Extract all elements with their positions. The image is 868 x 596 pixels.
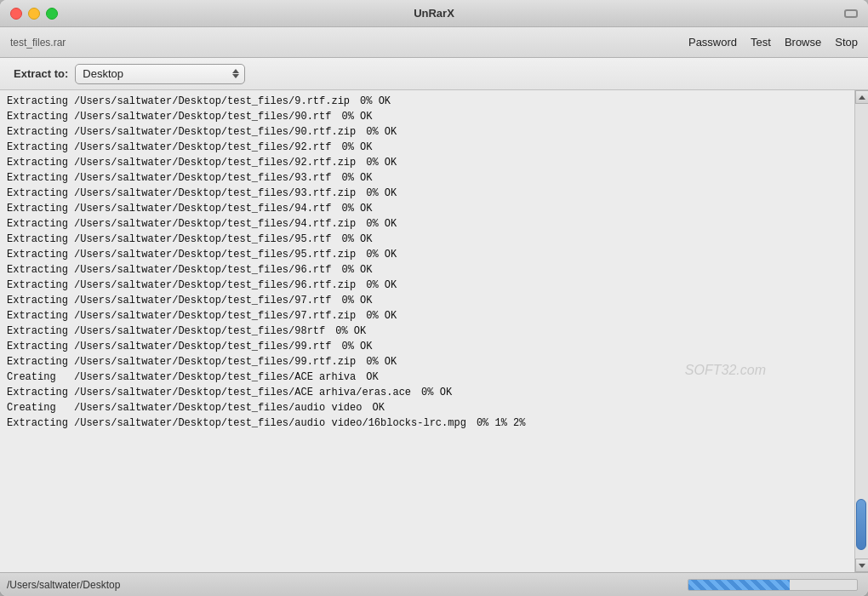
log-action: Extracting: [7, 170, 71, 186]
scrollbar-thumb[interactable]: [856, 499, 866, 550]
browse-button[interactable]: Browse: [785, 36, 821, 49]
log-status: 0% OK: [341, 109, 372, 124]
log-path: /Users/saltwater/Desktop/test_files/99.r…: [74, 339, 331, 354]
log-action: Extracting: [7, 415, 71, 431]
log-action: Extracting: [7, 140, 71, 155]
log-line: Extracting/Users/saltwater/Desktop/test_…: [7, 170, 848, 186]
log-line: Extracting/Users/saltwater/Desktop/test_…: [7, 308, 848, 324]
log-status: OK: [372, 400, 384, 415]
title-bar: UnRarX: [0, 0, 868, 27]
scrollbar[interactable]: [854, 90, 868, 572]
log-path: /Users/saltwater/Desktop/test_files/9.rt…: [74, 94, 350, 109]
log-status: 0% OK: [335, 324, 366, 339]
close-button[interactable]: [10, 8, 22, 20]
extract-label: Extract to:: [14, 67, 68, 80]
log-path: /Users/saltwater/Desktop/test_files/93.r…: [74, 186, 356, 201]
log-path: /Users/saltwater/Desktop/test_files/96.r…: [74, 278, 356, 293]
log-path: /Users/saltwater/Desktop/test_files/94.r…: [74, 216, 356, 232]
log-path: /Users/saltwater/Desktop/test_files/audi…: [74, 400, 362, 415]
log-path: /Users/saltwater/Desktop/test_files/audi…: [74, 415, 466, 431]
log-action: Extracting: [7, 201, 71, 216]
log-line: Extracting/Users/saltwater/Desktop/test_…: [7, 339, 848, 354]
log-action: Extracting: [7, 262, 71, 278]
log-line: Extracting/Users/saltwater/Desktop/test_…: [7, 94, 848, 109]
scrollbar-track: [855, 104, 868, 559]
maximize-button[interactable]: [46, 8, 58, 20]
log-status: 0% OK: [341, 339, 372, 354]
log-path: /Users/saltwater/Desktop/test_files/ACE …: [74, 385, 411, 400]
arrow-down-icon: [232, 74, 239, 78]
log-status: 0% OK: [366, 124, 397, 140]
log-line: Extracting/Users/saltwater/Desktop/test_…: [7, 415, 848, 431]
main-window: UnRarX test_files.rar Password Test Brow…: [0, 0, 868, 596]
log-line: Creating/Users/saltwater/Desktop/test_fi…: [7, 400, 848, 415]
log-status: 0% OK: [421, 385, 452, 400]
log-action: Extracting: [7, 109, 71, 124]
log-path: /Users/saltwater/Desktop/test_files/90.r…: [74, 124, 356, 140]
log-action: Extracting: [7, 124, 71, 140]
log-status: 0% OK: [360, 94, 391, 109]
log-path: /Users/saltwater/Desktop/test_files/99.r…: [74, 354, 356, 370]
log-path: /Users/saltwater/Desktop/test_files/98rt…: [74, 324, 325, 339]
arrow-up-icon: [232, 69, 239, 73]
log-action: Extracting: [7, 155, 71, 170]
log-action: Extracting: [7, 308, 71, 324]
log-path: /Users/saltwater/Desktop/test_files/92.r…: [74, 140, 331, 155]
log-line: Extracting/Users/saltwater/Desktop/test_…: [7, 354, 848, 370]
log-line: Extracting/Users/saltwater/Desktop/test_…: [7, 186, 848, 201]
log-action: Extracting: [7, 216, 71, 232]
log-path: /Users/saltwater/Desktop/test_files/92.r…: [74, 155, 356, 170]
log-area-wrapper: Extracting/Users/saltwater/Desktop/test_…: [0, 90, 868, 572]
log-line: Extracting/Users/saltwater/Desktop/test_…: [7, 155, 848, 170]
log-path: /Users/saltwater/Desktop/test_files/97.r…: [74, 308, 356, 324]
progress-bar-fill: [688, 580, 790, 590]
log-status: 0% OK: [341, 170, 372, 186]
log-path: /Users/saltwater/Desktop/test_files/97.r…: [74, 293, 331, 308]
current-file-label: test_files.rar: [10, 37, 66, 49]
extract-row: Extract to: Desktop: [0, 58, 868, 90]
log-line: Extracting/Users/saltwater/Desktop/test_…: [7, 324, 848, 339]
log-status: 0% OK: [366, 308, 397, 324]
log-status: 0% OK: [366, 278, 397, 293]
log-status: 0% OK: [341, 293, 372, 308]
resize-control[interactable]: [844, 9, 858, 18]
log-content: Extracting/Users/saltwater/Desktop/test_…: [0, 90, 854, 572]
extract-destination-select[interactable]: Desktop: [75, 64, 245, 84]
log-line: Extracting/Users/saltwater/Desktop/test_…: [7, 109, 848, 124]
log-path: /Users/saltwater/Desktop/test_files/ACE …: [74, 370, 356, 385]
stop-button[interactable]: Stop: [835, 36, 858, 49]
log-line: Extracting/Users/saltwater/Desktop/test_…: [7, 385, 848, 400]
log-action: Extracting: [7, 324, 71, 339]
status-bar: /Users/saltwater/Desktop: [0, 572, 868, 596]
log-line: Extracting/Users/saltwater/Desktop/test_…: [7, 216, 848, 232]
log-path: /Users/saltwater/Desktop/test_files/94.r…: [74, 201, 331, 216]
log-action: Extracting: [7, 186, 71, 201]
log-action: Extracting: [7, 232, 71, 247]
scrollbar-down-button[interactable]: [855, 559, 869, 572]
log-line: Extracting/Users/saltwater/Desktop/test_…: [7, 232, 848, 247]
log-status: 0% 1% 2%: [477, 415, 526, 431]
log-line: Creating/Users/saltwater/Desktop/test_fi…: [7, 370, 848, 385]
scrollbar-up-button[interactable]: [855, 90, 869, 104]
log-status: 0% OK: [341, 262, 372, 278]
log-line: Extracting/Users/saltwater/Desktop/test_…: [7, 124, 848, 140]
log-path: /Users/saltwater/Desktop/test_files/90.r…: [74, 109, 331, 124]
status-path: /Users/saltwater/Desktop: [7, 579, 688, 591]
log-line: Extracting/Users/saltwater/Desktop/test_…: [7, 278, 848, 293]
log-action: Creating: [7, 400, 71, 415]
log-action: Extracting: [7, 247, 71, 262]
log-status: 0% OK: [366, 354, 397, 370]
log-line: Extracting/Users/saltwater/Desktop/test_…: [7, 140, 848, 155]
password-button[interactable]: Password: [688, 36, 737, 49]
resize-icon: [844, 9, 858, 18]
log-status: 0% OK: [366, 247, 397, 262]
log-status: 0% OK: [341, 232, 372, 247]
minimize-button[interactable]: [28, 8, 40, 20]
test-button[interactable]: Test: [751, 36, 771, 49]
log-status: OK: [366, 370, 378, 385]
select-arrows: [232, 69, 239, 78]
log-action: Extracting: [7, 278, 71, 293]
toolbar-actions: Password Test Browse Stop: [688, 36, 858, 49]
log-line: Extracting/Users/saltwater/Desktop/test_…: [7, 262, 848, 278]
log-action: Creating: [7, 370, 71, 385]
